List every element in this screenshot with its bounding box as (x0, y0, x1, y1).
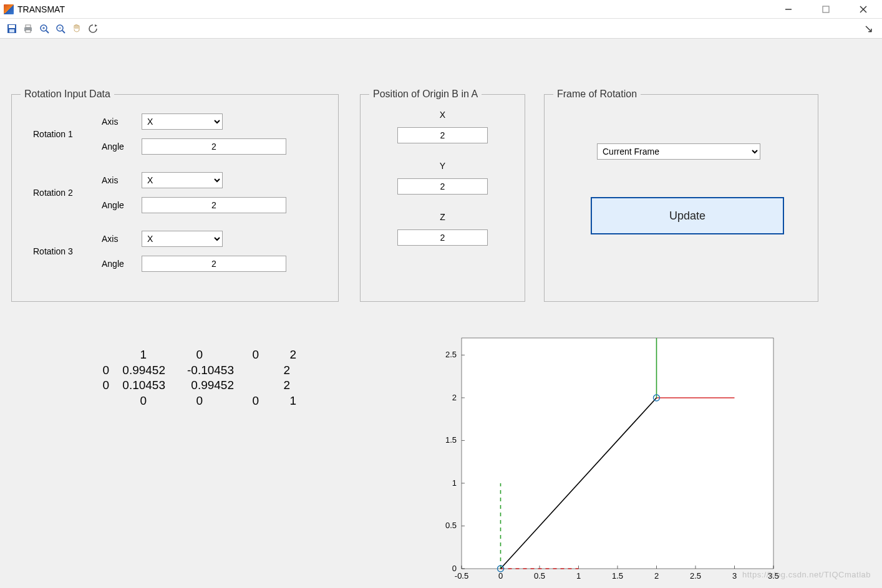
rotation2-angle-input[interactable] (142, 197, 286, 213)
mat-cell: 0.99452 (172, 378, 240, 393)
minimize-button[interactable] (770, 0, 807, 19)
svg-rect-18 (462, 338, 773, 569)
frame-select[interactable]: Current Frame (597, 143, 760, 160)
frame-legend: Frame of Rotation (553, 89, 641, 100)
mat-cell: 0 (209, 347, 265, 363)
zoom-in-icon[interactable] (36, 21, 52, 37)
rotation-legend: Rotation Input Data (21, 89, 114, 100)
svg-line-11 (46, 31, 49, 33)
svg-text:2: 2 (452, 393, 457, 402)
update-button[interactable]: Update (591, 197, 784, 234)
pos-x-label: X (440, 110, 445, 120)
svg-text:1.5: 1.5 (612, 571, 623, 581)
pos-z-label: Z (440, 212, 445, 222)
mat-cell: 0 (153, 393, 209, 409)
svg-rect-8 (26, 25, 31, 27)
angle-label: Angle (102, 142, 133, 152)
svg-text:2: 2 (654, 571, 659, 581)
svg-text:2.5: 2.5 (690, 571, 701, 581)
mat-cell: 0.10453 (115, 378, 172, 393)
angle-label: Angle (102, 259, 133, 269)
plot-area[interactable]: -0.500.511.522.533.500.511.522.5 (430, 332, 780, 587)
svg-rect-6 (9, 29, 14, 32)
toolbar: ↘ (0, 19, 882, 39)
position-panel: Position of Origin B in A X Y Z (360, 89, 525, 302)
toolbar-overflow-icon[interactable]: ↘ (864, 22, 878, 36)
svg-line-15 (62, 31, 65, 33)
svg-rect-1 (823, 6, 829, 12)
mat-cell: 0.99452 (115, 363, 172, 378)
svg-text:0: 0 (498, 571, 503, 581)
svg-rect-9 (26, 30, 31, 32)
svg-text:1: 1 (452, 478, 457, 488)
mat-cell: 2 (265, 347, 303, 363)
mat-cell: 1 (265, 393, 303, 409)
mat-cell: 2 (240, 363, 296, 378)
rotation1-angle-input[interactable] (142, 138, 286, 155)
svg-text:2.5: 2.5 (445, 350, 457, 359)
titlebar: TRANSMAT (0, 0, 882, 19)
print-icon[interactable] (20, 21, 36, 37)
svg-marker-17 (95, 24, 97, 27)
window-controls (770, 0, 882, 19)
axes-plot: -0.500.511.522.533.500.511.522.5 (430, 332, 780, 587)
zoom-out-icon[interactable] (52, 21, 69, 37)
svg-text:-0.5: -0.5 (455, 571, 468, 581)
window-title: TRANSMAT (17, 4, 65, 14)
pan-icon[interactable] (69, 21, 85, 37)
mat-cell: 0 (97, 363, 115, 378)
rotation3-label: Rotation 3 (21, 246, 102, 256)
rotation1-axis-select[interactable]: X (142, 113, 223, 130)
mat-cell: 2 (240, 378, 296, 393)
mat-cell: 1 (115, 347, 153, 363)
rotation3-angle-input[interactable] (142, 256, 286, 272)
svg-text:3: 3 (732, 571, 737, 581)
svg-text:0.5: 0.5 (534, 571, 545, 581)
rotation3-axis-select[interactable]: X (142, 231, 223, 247)
close-button[interactable] (845, 0, 882, 19)
angle-label: Angle (102, 200, 133, 210)
svg-text:0.5: 0.5 (445, 521, 457, 530)
pos-z-input[interactable] (397, 229, 488, 246)
rotation2-label: Rotation 2 (21, 188, 102, 198)
rotation1-label: Rotation 1 (21, 129, 102, 139)
pos-x-input[interactable] (397, 127, 488, 143)
watermark: https://blog.csdn.net/TIQCmatlab (742, 570, 871, 579)
mat-cell: 0 (97, 378, 115, 393)
maximize-button[interactable] (807, 0, 845, 19)
axis-label: Axis (102, 175, 133, 185)
mat-cell: 0 (153, 347, 209, 363)
app-icon (4, 4, 14, 14)
reset-icon[interactable] (85, 21, 101, 37)
axis-label: Axis (102, 234, 133, 244)
svg-rect-5 (9, 25, 15, 28)
svg-text:0: 0 (452, 564, 457, 573)
frame-panel: Frame of Rotation Current Frame Update (544, 89, 818, 302)
position-legend: Position of Origin B in A (369, 89, 482, 100)
mat-cell: -0.10453 (172, 363, 240, 378)
mat-cell: 0 (209, 393, 265, 409)
pos-y-label: Y (440, 161, 445, 171)
mat-cell: 0 (115, 393, 153, 409)
save-icon[interactable] (4, 21, 20, 37)
matrix-output: 1 0 0 2 0 0.99452 -0.10453 2 0 0.10453 0… (115, 347, 303, 409)
svg-text:1: 1 (576, 571, 581, 581)
rotation-panel: Rotation Input Data Rotation 1 Axis X An… (11, 89, 339, 302)
svg-text:1.5: 1.5 (445, 435, 457, 445)
rotation2-axis-select[interactable]: X (142, 172, 223, 188)
pos-y-input[interactable] (397, 178, 488, 195)
body-area: Rotation Input Data Rotation 1 Axis X An… (0, 39, 882, 588)
axis-label: Axis (102, 117, 133, 127)
